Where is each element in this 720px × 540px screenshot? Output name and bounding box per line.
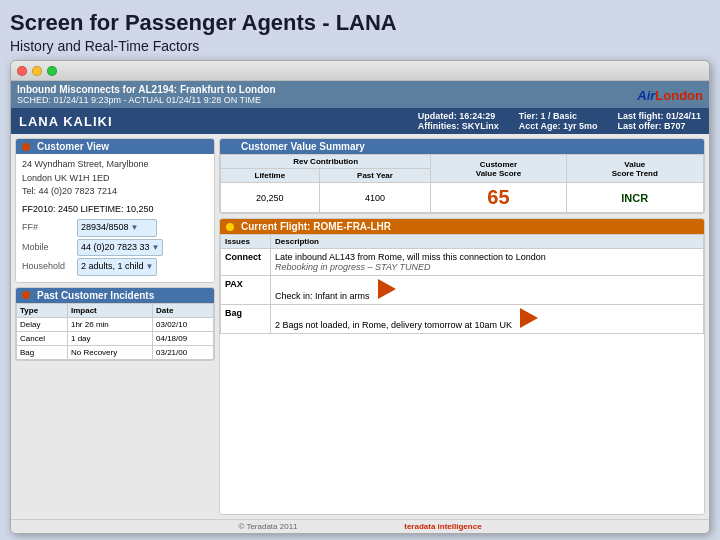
right-column: Customer Value Summary Rev Contribution … [219, 138, 705, 515]
customer-name-bar: LANA KALIKI Updated: 16:24:29 Affinities… [11, 108, 709, 134]
household-input[interactable]: 2 adults, 1 child ▼ [77, 258, 157, 276]
flight-issue: PAX [221, 276, 271, 305]
affinities-value: Affinities: SKYLinx [418, 121, 499, 131]
past-incidents-body: Type Impact Date Delay 1hr 26 min 03/02/… [16, 303, 214, 360]
flight-description: Check in: Infant in arms [275, 291, 370, 301]
incident-type: Cancel [17, 331, 68, 345]
household-field-row: Household 2 adults, 1 child ▼ [22, 258, 208, 276]
updated-value: Updated: 16:24:29 [418, 111, 499, 121]
cvs-col-rev: Rev Contribution [221, 155, 431, 169]
ff-label: FF# [22, 221, 77, 235]
incident-date: 04/18/09 [153, 331, 214, 345]
cvs-table: Rev Contribution CustomerValue Score Val… [220, 154, 704, 213]
incident-type: Delay [17, 317, 68, 331]
incident-row: Bag No Recovery 03/21/00 [17, 345, 214, 359]
cvs-col-score: CustomerValue Score [431, 155, 566, 183]
flight-description: Late inbound AL143 from Rome, will miss … [275, 252, 546, 262]
cvs-data-row: 20,250 4100 65 INCR [221, 183, 704, 213]
incident-type: Bag [17, 345, 68, 359]
flight-secondary: Rebooking in progress – STAY TUNED [275, 262, 431, 272]
current-flight-title: Current Flight: ROME-FRA-LHR [241, 221, 391, 232]
mobile-field-row: Mobile 44 (0)20 7823 33 ▼ [22, 239, 208, 257]
flight-col-description: Description [271, 235, 704, 249]
minimize-button[interactable] [32, 66, 42, 76]
cvs-col-pastyear: Past Year [319, 169, 431, 183]
cvs-lifetime-value: 20,250 [221, 183, 320, 213]
tier-value: Tier: 1 / Basic [519, 111, 598, 121]
incident-date: 03/21/00 [153, 345, 214, 359]
arrow-right-icon [520, 308, 538, 328]
flight-desc-cell: 2 Bags not loaded, in Rome, delivery tom… [271, 305, 704, 334]
address-line1: 24 Wyndham Street, Marylbone [22, 158, 208, 172]
tier-field: Tier: 1 / Basic Acct Age: 1yr 5mo [519, 111, 598, 131]
flight-row: PAX Check in: Infant in arms [221, 276, 704, 305]
flight-col-issues: Issues [221, 235, 271, 249]
mobile-arrow-icon: ▼ [152, 242, 160, 254]
dot-icon-incidents [22, 291, 30, 299]
dot-icon-flight [226, 223, 234, 231]
left-column: Customer View 24 Wyndham Street, Marylbo… [15, 138, 215, 515]
flight-row: Connect Late inbound AL143 from Rome, wi… [221, 249, 704, 276]
cvs-body: Rev Contribution CustomerValue Score Val… [220, 154, 704, 213]
dot-icon-cvs [226, 143, 234, 151]
flight-issue: Connect [221, 249, 271, 276]
page-subtitle: History and Real-Time Factors [10, 38, 710, 54]
current-flight-body: Issues Description Connect Late inbound … [220, 234, 704, 334]
cvs-title: Customer Value Summary [241, 141, 365, 152]
col-type: Type [17, 303, 68, 317]
customer-view-header: Customer View [16, 139, 214, 154]
address-line2: London UK W1H 1ED [22, 172, 208, 186]
cvs-header: Customer Value Summary [220, 139, 704, 154]
flight-field: Last flight: 01/24/11 Last offer: B707 [617, 111, 701, 131]
incident-row: Delay 1hr 26 min 03/02/10 [17, 317, 214, 331]
acct-age-value: Acct Age: 1yr 5mo [519, 121, 598, 131]
copyright: © Teradata 2011 [238, 522, 297, 531]
household-label: Household [22, 260, 77, 274]
customer-view-panel: Customer View 24 Wyndham Street, Marylbo… [15, 138, 215, 283]
mac-titlebar [11, 61, 709, 81]
customer-name: LANA KALIKI [19, 114, 113, 129]
household-value: 2 adults, 1 child [81, 260, 144, 274]
airline-logo: AirLondon [637, 86, 703, 103]
schedule-info: SCHED: 01/24/11 9:23pm - ACTUAL 01/24/11… [17, 95, 276, 105]
current-flight-panel: Current Flight: ROME-FRA-LHR Issues Desc… [219, 218, 705, 515]
cvs-col-lifetime: Lifetime [221, 169, 320, 183]
maximize-button[interactable] [47, 66, 57, 76]
ff-line: FF2010: 2450 LIFETIME: 10,250 [22, 203, 208, 217]
cvs-panel: Customer Value Summary Rev Contribution … [219, 138, 705, 214]
incident-impact: 1 day [67, 331, 152, 345]
household-arrow-icon: ▼ [146, 261, 154, 273]
ff-arrow-icon: ▼ [131, 222, 139, 234]
updated-field: Updated: 16:24:29 Affinities: SKYLinx [418, 111, 499, 131]
incidents-table: Type Impact Date Delay 1hr 26 min 03/02/… [16, 303, 214, 360]
address-line3: Tel: 44 (0)20 7823 7214 [22, 185, 208, 199]
current-flight-header: Current Flight: ROME-FRA-LHR [220, 219, 704, 234]
main-content: Customer View 24 Wyndham Street, Marylbo… [11, 134, 709, 519]
past-incidents-header: Past Customer Incidents [16, 288, 214, 303]
customer-view-title: Customer View [37, 141, 109, 152]
flight-issue: Bag [221, 305, 271, 334]
address-block: 24 Wyndham Street, Marylbone London UK W… [22, 158, 208, 199]
col-date: Date [153, 303, 214, 317]
outer-wrapper: Screen for Passenger Agents - LANA Histo… [0, 0, 720, 540]
incident-date: 03/02/10 [153, 317, 214, 331]
last-offer-value: Last offer: B707 [617, 121, 701, 131]
page-title: Screen for Passenger Agents - LANA [10, 10, 710, 36]
col-impact: Impact [67, 303, 152, 317]
customer-info-fields: Updated: 16:24:29 Affinities: SKYLinx Ti… [418, 111, 701, 131]
airline-air: Air [637, 88, 655, 103]
ff-input[interactable]: 28934/8508 ▼ [77, 219, 157, 237]
flight-desc-cell: Late inbound AL143 from Rome, will miss … [271, 249, 704, 276]
mobile-input[interactable]: 44 (0)20 7823 33 ▼ [77, 239, 163, 257]
arrow-right-icon [378, 279, 396, 299]
close-button[interactable] [17, 66, 27, 76]
last-flight-value: Last flight: 01/24/11 [617, 111, 701, 121]
top-bar: Inbound Misconnects for AL2194: Frankfur… [11, 81, 709, 108]
teradata-tagline: teradata intelligence [404, 522, 481, 531]
past-incidents-title: Past Customer Incidents [37, 290, 154, 301]
ff-field-row: FF# 28934/8508 ▼ [22, 219, 208, 237]
mobile-label: Mobile [22, 241, 77, 255]
flight-info-group: Inbound Misconnects for AL2194: Frankfur… [17, 84, 276, 105]
airline-london: London [655, 88, 703, 103]
cvs-score-value: 65 [487, 186, 509, 208]
